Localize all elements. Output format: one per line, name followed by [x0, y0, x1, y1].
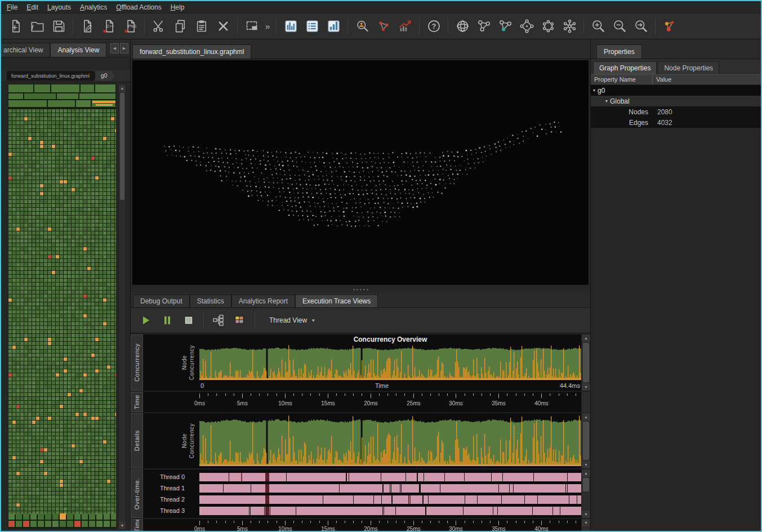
scroll-up-icon[interactable]: ▲: [119, 84, 126, 92]
layout-target-button[interactable]: [495, 16, 515, 37]
stop-button[interactable]: [179, 311, 198, 329]
zoom-out-button[interactable]: [609, 16, 630, 37]
tab-hierarchical-view[interactable]: archical View: [1, 43, 50, 57]
color-by-criticality-button[interactable]: [659, 16, 680, 37]
tab-graph-properties[interactable]: Graph Properties: [593, 61, 657, 74]
delete-button[interactable]: [213, 16, 233, 37]
time-ruler[interactable]: [143, 393, 581, 410]
menu-help[interactable]: Help: [171, 3, 185, 11]
scroll-down-icon[interactable]: ▼: [119, 522, 126, 529]
column-property-name[interactable]: Property Name: [591, 75, 653, 84]
play-button[interactable]: [136, 311, 155, 329]
bottom-time-ruler[interactable]: [143, 520, 581, 531]
scrollbar-thumb[interactable]: [583, 478, 589, 491]
color-legend-button[interactable]: [230, 311, 249, 329]
property-row-nodes[interactable]: Nodes 2080: [591, 106, 761, 117]
scroll-down-icon[interactable]: ▼: [582, 383, 590, 391]
thread-2-timeline[interactable]: [199, 495, 581, 504]
scroll-down-icon[interactable]: ▼: [582, 519, 590, 526]
menu-analytics[interactable]: Analytics: [80, 3, 107, 11]
horizontal-splitter[interactable]: [131, 286, 590, 293]
tab-node-properties[interactable]: Node Properties: [658, 61, 719, 74]
bottom-scrollbar[interactable]: ▼: [581, 519, 590, 531]
paste-button[interactable]: [191, 16, 212, 37]
layout-force-button[interactable]: [474, 16, 494, 37]
zoom-previous-button[interactable]: [631, 16, 651, 37]
menu-offload-actions[interactable]: Offload Actions: [116, 3, 162, 11]
tab-execution-trace-views[interactable]: Execution Trace Views: [295, 294, 378, 307]
layout-radial-button[interactable]: [559, 16, 580, 37]
breadcrumb-item-graphml[interactable]: forward_substitution_linux.graphml: [7, 71, 97, 81]
thread-1-timeline[interactable]: [199, 484, 581, 493]
export-document-button[interactable]: [77, 16, 97, 37]
pause-button[interactable]: [158, 311, 177, 329]
graph-canvas[interactable]: [132, 60, 589, 285]
export-png-button[interactable]: PNG: [120, 16, 140, 37]
section-header-details[interactable]: Details: [131, 413, 143, 468]
section-header-time[interactable]: Time: [131, 392, 143, 412]
analysis-treemap[interactable]: [8, 84, 116, 529]
scroll-up-icon[interactable]: ▲: [582, 334, 590, 342]
toolbar-overflow-button[interactable]: »: [263, 21, 272, 31]
view-mode-dropdown[interactable]: Thread View ▼: [265, 314, 320, 327]
open-file-button[interactable]: [27, 16, 47, 37]
group-selection-button[interactable]: [242, 16, 262, 37]
details-concurrency-chart[interactable]: [199, 415, 581, 466]
menu-edit[interactable]: Edit: [26, 3, 38, 11]
scrollbar-thumb[interactable]: [583, 422, 589, 460]
pause-icon: [161, 314, 174, 327]
menu-layouts[interactable]: Layouts: [47, 3, 71, 11]
threads-scrollbar[interactable]: ▲ ▼: [581, 470, 590, 518]
concurrency-overview-chart[interactable]: [199, 345, 581, 380]
scroll-down-icon[interactable]: ▼: [582, 461, 590, 468]
property-row-g0[interactable]: ▼ g0: [591, 85, 761, 96]
expander-icon[interactable]: ▼: [591, 88, 598, 92]
section-header-time-bottom[interactable]: Time: [131, 519, 143, 531]
new-document-button[interactable]: [6, 16, 26, 37]
help-button[interactable]: ?: [424, 16, 444, 37]
expander-icon[interactable]: ▼: [603, 99, 610, 103]
menu-file[interactable]: File: [7, 3, 17, 11]
overview-scrollbar[interactable]: ▲ ▼: [581, 334, 590, 391]
column-value[interactable]: Value: [653, 75, 761, 84]
tab-statistics[interactable]: Statistics: [190, 294, 231, 307]
svg-text:PNG: PNG: [128, 24, 136, 28]
section-header-over-time[interactable]: Over-time.: [131, 470, 143, 518]
bar-chart-button[interactable]: [323, 16, 344, 37]
tab-scroll-right-button[interactable]: ▶: [120, 43, 128, 53]
highlight-critical-path-button[interactable]: [373, 16, 394, 37]
breadcrumb-item-g0[interactable]: g0: [95, 71, 115, 81]
scrollbar-thumb[interactable]: [120, 93, 124, 200]
scroll-up-icon[interactable]: ▲: [582, 413, 590, 421]
layout-sphere-button[interactable]: [452, 16, 473, 37]
scroll-down-icon[interactable]: ▼: [582, 511, 590, 518]
tab-debug-output[interactable]: Debug Output: [133, 294, 190, 307]
details-scrollbar[interactable]: ▲ ▼: [581, 413, 590, 468]
tab-analysis-view[interactable]: Analysis View: [50, 43, 106, 57]
thread-3-timeline[interactable]: [199, 507, 581, 515]
scrollbar-thumb[interactable]: [583, 343, 589, 382]
find-critical-node-button[interactable]: [352, 16, 372, 37]
export-cpp-button[interactable]: C++: [99, 16, 119, 37]
copy-button[interactable]: [170, 16, 190, 37]
cut-button[interactable]: [149, 16, 169, 37]
property-row-global[interactable]: ▼ Global: [591, 96, 761, 106]
tab-properties[interactable]: Properties: [596, 44, 642, 59]
tab-graph-document[interactable]: forward_substitution_linux.graphml: [132, 44, 251, 59]
property-row-edges[interactable]: Edges 4032: [591, 117, 761, 128]
tree-view-button[interactable]: [209, 311, 228, 329]
thread-timeline-row: Thread 2: [143, 494, 581, 504]
analytics-trend-button[interactable]: [395, 16, 415, 37]
layout-circular-button[interactable]: [538, 16, 558, 37]
statistics-list-button[interactable]: [302, 16, 322, 37]
section-header-concurrency[interactable]: Concurrency: [131, 334, 143, 391]
tab-scroll-left-button[interactable]: ◀: [110, 43, 119, 53]
scroll-up-icon[interactable]: ▲: [582, 470, 590, 477]
thread-0-timeline[interactable]: [199, 473, 581, 481]
treemap-scrollbar[interactable]: ▲ ▼: [118, 84, 126, 530]
concurrency-histogram-button[interactable]: [280, 16, 301, 37]
layout-diamond-button[interactable]: [516, 16, 537, 37]
tab-analytics-report[interactable]: Analytics Report: [231, 294, 295, 307]
save-button[interactable]: [48, 16, 69, 37]
zoom-in-button[interactable]: [588, 16, 608, 37]
